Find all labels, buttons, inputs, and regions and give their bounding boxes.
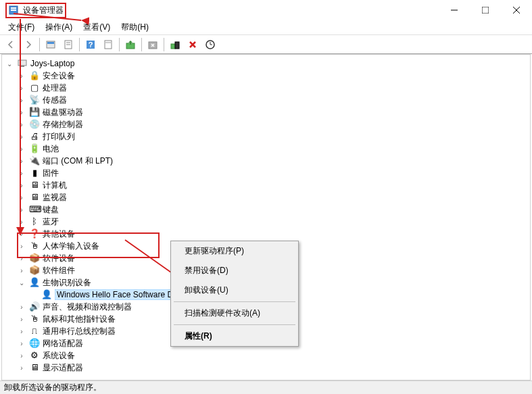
tree-category-display[interactable]: ›🖥显示适配器: [2, 362, 530, 374]
expand-icon[interactable]: ›: [17, 107, 26, 117]
tree-category-label: 打印队列: [43, 131, 75, 143]
expand-icon[interactable]: ›: [17, 180, 26, 190]
computer-icon: [17, 58, 28, 69]
menu-action[interactable]: 操作(A): [40, 20, 78, 34]
toolbar-update-drivers-button[interactable]: [122, 36, 139, 53]
expand-icon[interactable]: ›: [17, 144, 26, 153]
svg-rect-8: [47, 42, 54, 44]
tree-category-computer[interactable]: ›🖥计算机: [2, 179, 530, 191]
tree-category-battery[interactable]: ›🔋电池: [2, 143, 530, 155]
expand-icon[interactable]: ›: [17, 217, 26, 226]
tree-category-label: 声音、视频和游戏控制器: [43, 301, 132, 313]
svg-text:?: ?: [89, 41, 93, 49]
svg-rect-18: [171, 44, 175, 49]
tree-category-label: 通用串行总线控制器: [43, 326, 116, 337]
toolbar: ?: [0, 35, 532, 54]
tree-root[interactable]: ⌄Joys-Laptop: [2, 57, 530, 70]
expand-icon[interactable]: ›: [17, 314, 26, 324]
context-menu-item[interactable]: 更新驱动程序(P): [171, 241, 298, 261]
expand-icon[interactable]: ›: [17, 193, 26, 202]
keyboard-icon: ⌨: [29, 204, 40, 215]
expand-icon[interactable]: ⌄: [17, 278, 26, 287]
expand-icon[interactable]: ›: [17, 266, 26, 275]
tree-category-keyboard[interactable]: ›⌨键盘: [2, 203, 530, 216]
disk-icon: 💾: [29, 107, 40, 118]
toolbar-back-button[interactable]: [3, 36, 19, 53]
menu-help[interactable]: 帮助(H): [116, 20, 154, 34]
expand-icon[interactable]: ›: [17, 326, 26, 336]
tree-category-monitor[interactable]: ›🖥监视器: [2, 191, 530, 203]
maximize-button[interactable]: [470, 0, 501, 20]
expand-icon[interactable]: ›: [17, 363, 26, 372]
expand-icon[interactable]: ›: [17, 156, 26, 166]
expand-icon[interactable]: ⌄: [5, 59, 14, 68]
expand-icon[interactable]: ›: [17, 132, 26, 141]
tree-category-label: 存储控制器: [43, 119, 83, 130]
expand-icon[interactable]: ›: [17, 83, 26, 93]
context-menu: 更新驱动程序(P)禁用设备(D)卸载设备(U)扫描检测硬件改动(A)属性(R): [170, 241, 299, 347]
toolbar-enable-device-button[interactable]: [167, 36, 183, 53]
context-menu-item[interactable]: 属性(R): [171, 326, 298, 346]
tree-category-system[interactable]: ›⚙系统设备: [2, 349, 530, 362]
menu-file[interactable]: 文件(F): [3, 20, 40, 34]
tree-category-label: 处理器: [43, 82, 67, 94]
tree-category-bluetooth[interactable]: ›ᛒ蓝牙: [2, 216, 530, 228]
context-menu-item[interactable]: 扫描检测硬件改动(A): [171, 303, 298, 323]
expand-icon[interactable]: ›: [17, 241, 26, 251]
toolbar-options-button[interactable]: [60, 36, 76, 53]
tree-category-label: 传感器: [43, 95, 67, 106]
toolbar-disable-device-button[interactable]: [145, 36, 161, 53]
toolbar-uninstall-button[interactable]: [185, 36, 201, 53]
expand-icon[interactable]: ›: [17, 351, 26, 360]
tree-category-label: 蓝牙: [43, 216, 59, 228]
biometric-icon: 👤: [29, 277, 40, 288]
tree-category-label: 系统设备: [43, 350, 75, 362]
system-icon: ⚙: [29, 350, 40, 361]
window-title: 设备管理器: [23, 5, 64, 16]
sound-icon: 🔊: [29, 301, 40, 312]
expand-icon[interactable]: ›: [17, 253, 26, 263]
storage-icon: 💿: [29, 119, 40, 130]
toolbar-console-button[interactable]: [43, 36, 59, 53]
other-icon: ❓: [29, 228, 40, 239]
tree-category-storage[interactable]: ›💿存储控制器: [2, 118, 530, 130]
port-icon: 🔌: [29, 155, 40, 166]
context-menu-item[interactable]: 禁用设备(D): [171, 261, 298, 280]
toolbar-help-button[interactable]: ?: [82, 36, 99, 53]
tree-category-port[interactable]: ›🔌端口 (COM 和 LPT): [2, 155, 530, 167]
svg-rect-4: [482, 7, 489, 14]
tree-category-label: 磁盘驱动器: [43, 107, 83, 118]
tree-category-security[interactable]: ›🔒安全设备: [2, 70, 530, 82]
tree-category-sensor[interactable]: ›📡传感器: [2, 94, 530, 106]
expand-icon[interactable]: ›: [17, 168, 26, 178]
toolbar-properties-button[interactable]: [100, 36, 116, 53]
tree-category-label: 软件组件: [43, 265, 75, 276]
tree-category-printer[interactable]: ›🖨打印队列: [2, 130, 530, 143]
expand-icon[interactable]: ›: [17, 205, 26, 214]
mouse-icon: 🖱: [29, 314, 40, 324]
tree-category-label: 显示适配器: [43, 362, 83, 374]
app-icon: [8, 5, 19, 16]
context-menu-item[interactable]: 卸载设备(U): [171, 280, 298, 300]
tree-category-other[interactable]: ›❓其他设备: [2, 228, 530, 240]
tree-category-label: 电池: [43, 143, 59, 155]
expand-icon[interactable]: ›: [17, 339, 26, 348]
tree-category-disk[interactable]: ›💾磁盘驱动器: [2, 106, 530, 118]
svg-rect-14: [105, 41, 112, 49]
svg-rect-15: [105, 42, 111, 43]
tree-category-firmware[interactable]: ›▮固件: [2, 167, 530, 179]
minimize-button[interactable]: [439, 0, 470, 20]
menu-view[interactable]: 查看(V): [78, 20, 116, 34]
expand-icon[interactable]: ›: [17, 229, 26, 239]
tree-category-cpu[interactable]: ›▢处理器: [2, 82, 530, 94]
close-button[interactable]: [501, 0, 532, 20]
expand-icon[interactable]: ›: [17, 302, 26, 312]
expand-icon[interactable]: ›: [17, 71, 26, 80]
toolbar-forward-button[interactable]: [20, 36, 37, 53]
expand-icon[interactable]: ›: [17, 120, 26, 129]
tree-root-label: Joys-Laptop: [30, 59, 74, 68]
toolbar-scan-hardware-button[interactable]: [202, 36, 218, 53]
expand-icon[interactable]: ›: [17, 95, 26, 105]
svg-rect-2: [11, 9, 16, 11]
security-icon: 🔒: [29, 70, 40, 81]
